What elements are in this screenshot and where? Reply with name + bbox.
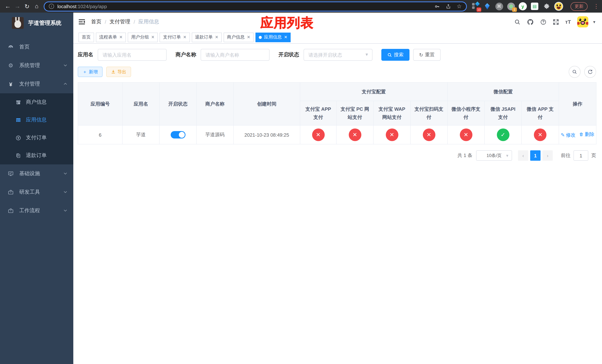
refresh-table-button[interactable] <box>584 66 596 78</box>
add-button[interactable]: ＋ 新增 <box>78 67 103 77</box>
group-wechat-config: 微信配置 <box>447 82 559 101</box>
tab-process-form[interactable]: 流程表单✕ <box>96 32 126 42</box>
sidebar-item-refund-orders[interactable]: 退款订单 <box>0 147 73 164</box>
status-icon: ✓ <box>497 128 509 141</box>
font-size-icon[interactable]: ᴛT <box>565 19 571 25</box>
enabled-toggle[interactable] <box>171 131 185 139</box>
header-search-icon[interactable] <box>514 19 520 25</box>
edit-link[interactable]: ✎修改 <box>561 132 576 139</box>
browser-menu-icon[interactable]: ⋮ <box>593 3 599 10</box>
sidebar-item-app-info[interactable]: 应用信息 <box>0 111 73 129</box>
trash-icon <box>579 132 584 137</box>
close-icon[interactable]: ✕ <box>247 35 250 40</box>
sidebar-item-dev-tools[interactable]: 研发工具 <box>0 183 73 202</box>
extension-y-icon[interactable]: y <box>519 2 527 10</box>
browser-profile-avatar[interactable] <box>554 2 563 11</box>
chrome-update-button[interactable]: 更新 <box>570 2 588 11</box>
filter-form: 应用名 商户名称 开启状态 ▼ <box>78 49 596 61</box>
help-icon[interactable] <box>540 19 546 25</box>
page-size-select[interactable]: 10条/页 ▼ <box>476 150 512 161</box>
refresh-icon: ↻ <box>419 52 423 58</box>
pencil-icon: ✎ <box>561 132 565 138</box>
chevron-up-icon <box>63 81 67 87</box>
browser-toolbar: ← → ↻ ⌂ i localhost:1024/pay/app ☆ 10 <box>0 0 602 13</box>
delete-link[interactable]: 删除 <box>579 131 594 138</box>
app-title: 芋道管理系统 <box>28 20 62 26</box>
col-app-id: 应用编号 <box>78 82 122 125</box>
home-icon[interactable]: ⌂ <box>32 1 42 11</box>
prev-page-button[interactable]: ‹ <box>518 150 528 161</box>
close-icon[interactable]: ✕ <box>151 35 154 40</box>
col-wechat-app: 微信 APP 支付 <box>521 101 559 125</box>
extensions-puzzle-icon[interactable] <box>542 2 550 10</box>
tab-refund-orders[interactable]: 退款订单✕ <box>192 32 222 42</box>
close-icon[interactable]: ✕ <box>119 35 123 40</box>
github-icon[interactable] <box>527 18 534 25</box>
site-info-icon[interactable]: i <box>49 4 54 9</box>
extension-doc-icon[interactable]: ▤ <box>531 2 539 10</box>
avatar-caret-icon[interactable]: ▼ <box>592 20 596 24</box>
extension-camera-icon[interactable]: 1 <box>507 2 515 10</box>
col-alipay-app: 支付宝 APP 支付 <box>300 101 336 125</box>
active-dot <box>259 36 262 39</box>
search-button[interactable]: 搜索 <box>381 49 409 61</box>
chevron-down-icon <box>63 63 67 68</box>
show-search-toggle-button[interactable] <box>569 66 580 78</box>
tab-merchant-info[interactable]: 商户信息✕ <box>224 32 254 42</box>
page-number-1[interactable]: 1 <box>530 150 540 161</box>
navbar: 首页 / 支付管理 / 应用信息 <box>73 13 602 31</box>
forward-icon[interactable]: → <box>13 1 22 11</box>
col-merchant: 商户名称 <box>196 82 233 125</box>
close-icon[interactable]: ✕ <box>215 35 218 40</box>
table-toolbar: ＋ 新增 导出 <box>78 66 596 78</box>
reset-button[interactable]: ↻ 重置 <box>413 49 441 61</box>
cell-created: 2021-10-23 08:49:25 <box>233 125 300 144</box>
password-key-icon[interactable] <box>434 3 440 9</box>
grid-icon <box>15 117 22 123</box>
close-icon[interactable]: ✕ <box>284 35 287 40</box>
merchant-name-input[interactable] <box>201 49 269 61</box>
close-icon[interactable]: ✕ <box>183 35 186 40</box>
tab-home[interactable]: 首页 <box>78 32 94 42</box>
app-logo-row[interactable]: 芋道管理系统 <box>0 13 73 33</box>
tab-pay-orders[interactable]: 支付订单✕ <box>160 32 190 42</box>
sidebar-item-payment[interactable]: ¥ 支付管理 <box>0 75 73 93</box>
extension-command-icon[interactable]: ⌘ <box>495 2 503 10</box>
sidebar-item-pay-orders[interactable]: 支付订单 <box>0 129 73 147</box>
chevron-down-icon <box>63 189 67 195</box>
export-button[interactable]: 导出 <box>106 67 131 77</box>
next-page-button[interactable]: › <box>542 150 553 161</box>
cell-merchant: 芋道源码 <box>196 125 233 144</box>
status-icon: ✕ <box>423 128 435 141</box>
breadcrumb-home[interactable]: 首页 <box>91 19 101 25</box>
status-select[interactable]: ▼ <box>304 49 372 61</box>
breadcrumb-payment[interactable]: 支付管理 <box>110 19 130 25</box>
goto-suffix: 页 <box>591 152 596 159</box>
sidebar-item-infrastructure[interactable]: 基础设施 <box>0 164 73 183</box>
sidebar-item-merchant-info[interactable]: 商户信息 <box>0 93 73 111</box>
yen-circle-icon <box>15 135 22 140</box>
goto-page-input[interactable] <box>573 150 588 161</box>
status-label: 开启状态 <box>279 52 299 58</box>
share-icon[interactable] <box>446 3 451 9</box>
tab-bar: 首页 流程表单✕ 用户分组✕ 支付订单✕ 退款订单✕ 商户信息✕ 应用信息✕ <box>73 31 602 44</box>
tab-app-info[interactable]: 应用信息✕ <box>256 32 291 42</box>
col-wechat-jsapi: 微信 JSAPI 支付 <box>484 101 521 125</box>
app-name-input[interactable] <box>98 49 167 61</box>
user-avatar[interactable] <box>577 16 588 27</box>
extension-kite-icon[interactable] <box>483 2 491 10</box>
sidebar-item-workflow[interactable]: 工作流程 <box>0 202 73 220</box>
cell-app-name: 芋道 <box>122 125 159 144</box>
sidebar-collapse-icon[interactable] <box>78 19 85 25</box>
extension-blocks-icon[interactable]: 10 <box>471 2 479 10</box>
sidebar-item-system[interactable]: ⚙ 系统管理 <box>0 56 73 75</box>
yen-icon: ¥ <box>7 81 14 87</box>
bookmark-star-icon[interactable]: ☆ <box>457 3 462 10</box>
fullscreen-icon[interactable] <box>553 19 559 25</box>
address-bar[interactable]: i localhost:1024/pay/app ☆ <box>44 1 467 11</box>
sidebar-item-home[interactable]: 首页 <box>0 38 73 56</box>
reload-icon[interactable]: ↻ <box>22 1 32 11</box>
breadcrumb: 首页 / 支付管理 / 应用信息 <box>91 19 159 25</box>
back-icon[interactable]: ← <box>3 1 13 11</box>
tab-user-group[interactable]: 用户分组✕ <box>128 32 158 42</box>
